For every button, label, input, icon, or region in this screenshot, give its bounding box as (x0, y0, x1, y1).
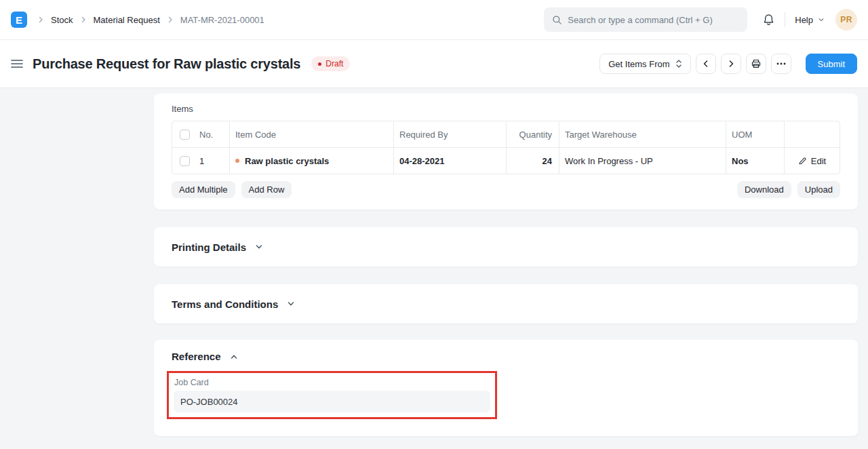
notifications-bell-icon[interactable] (762, 14, 775, 26)
breadcrumb-document-id: MAT-MR-2021-00001 (180, 15, 264, 25)
print-button[interactable] (746, 54, 766, 74)
column-header-no: No. (199, 130, 213, 140)
item-code-cell[interactable]: Raw plastic crystals (229, 148, 393, 174)
chevron-down-icon (255, 243, 263, 251)
sidebar-toggle-icon[interactable] (11, 58, 23, 69)
form-body: Items No. Item Code Required By Quantity… (0, 88, 868, 449)
breadcrumb-stock[interactable]: Stock (51, 15, 73, 25)
job-card-field[interactable]: PO-JOB00024 (174, 391, 490, 412)
chevron-up-icon (230, 353, 238, 361)
ellipsis-icon (776, 62, 786, 65)
get-items-from-button[interactable]: Get Items From (599, 54, 690, 74)
terms-and-conditions-section: Terms and Conditions (154, 284, 858, 324)
breadcrumb-material-request[interactable]: Material Request (94, 15, 160, 25)
chevron-down-icon (818, 16, 825, 23)
edit-row-button[interactable]: Edit (798, 156, 826, 166)
download-button[interactable]: Download (737, 181, 791, 198)
reference-toggle[interactable]: Reference (172, 351, 840, 362)
annotation-highlight-box: Job Card PO-JOB00024 (167, 371, 497, 419)
printer-icon (751, 58, 762, 69)
printing-details-title: Printing Details (172, 241, 246, 253)
user-avatar[interactable]: PR (835, 9, 857, 31)
add-multiple-button[interactable]: Add Multiple (172, 181, 235, 198)
search-input[interactable] (568, 15, 739, 25)
column-header-required-by[interactable]: Required By (393, 121, 506, 147)
navbar-divider (785, 12, 785, 27)
chevron-right-icon (79, 16, 87, 24)
search-icon (552, 15, 562, 25)
add-row-button[interactable]: Add Row (241, 181, 292, 198)
chevron-right-icon (727, 60, 735, 68)
top-navbar: E Stock Material Request MAT-MR-2021-000… (0, 0, 868, 40)
page-head: Purchase Request for Raw plastic crystal… (0, 40, 868, 88)
item-status-dot-icon (235, 159, 239, 163)
status-dot (318, 62, 321, 66)
terms-and-conditions-toggle[interactable]: Terms and Conditions (172, 298, 295, 310)
row-number: 1 (199, 156, 204, 166)
pencil-icon (798, 157, 807, 165)
get-items-from-label: Get Items From (608, 59, 669, 69)
next-document-button[interactable] (721, 54, 741, 74)
help-label: Help (795, 15, 813, 25)
printing-details-section: Printing Details (154, 227, 858, 267)
status-label: Draft (326, 59, 343, 69)
uom-cell[interactable]: Nos (726, 148, 784, 174)
row-checkbox[interactable] (180, 156, 190, 166)
terms-and-conditions-title: Terms and Conditions (172, 298, 278, 310)
column-header-target-warehouse[interactable]: Target Warehouse (559, 121, 726, 147)
item-code-value: Raw plastic crystals (245, 156, 329, 166)
job-card-label: Job Card (174, 378, 490, 387)
printing-details-toggle[interactable]: Printing Details (172, 241, 263, 253)
items-table: No. Item Code Required By Quantity Targe… (172, 121, 840, 174)
items-section-label: Items (172, 104, 840, 114)
column-header-actions (784, 121, 840, 147)
previous-document-button[interactable] (696, 54, 716, 74)
submit-button[interactable]: Submit (806, 54, 857, 74)
table-row: 1 Raw plastic crystals 04-28-2021 24 Wor… (172, 147, 840, 174)
edit-label: Edit (811, 156, 826, 166)
select-all-checkbox[interactable] (180, 130, 190, 140)
chevron-right-icon (166, 16, 174, 24)
column-header-quantity[interactable]: Quantity (506, 121, 559, 147)
required-by-cell[interactable]: 04-28-2021 (393, 148, 506, 174)
quantity-cell[interactable]: 24 (506, 148, 559, 174)
breadcrumb: Stock Material Request MAT-MR-2021-00001 (37, 15, 264, 25)
target-warehouse-cell[interactable]: Work In Progress - UP (559, 148, 726, 174)
items-table-header: No. Item Code Required By Quantity Targe… (172, 121, 840, 147)
global-search[interactable] (544, 7, 747, 32)
page-title: Purchase Request for Raw plastic crystal… (33, 56, 300, 72)
items-section: Items No. Item Code Required By Quantity… (154, 94, 858, 210)
column-header-uom[interactable]: UOM (726, 121, 784, 147)
reference-section: Reference Job Card PO-JOB00024 (154, 340, 858, 436)
upload-button[interactable]: Upload (797, 181, 840, 198)
status-badge: Draft (311, 56, 350, 71)
chevron-down-icon (287, 300, 295, 308)
more-options-button[interactable] (771, 54, 791, 74)
help-menu[interactable]: Help (795, 15, 825, 25)
column-header-item-code[interactable]: Item Code (229, 121, 393, 147)
reference-title: Reference (172, 351, 221, 362)
chevron-right-icon (37, 16, 45, 24)
app-logo[interactable]: E (11, 12, 27, 28)
select-arrows-icon (675, 59, 682, 69)
chevron-left-icon (702, 60, 710, 68)
